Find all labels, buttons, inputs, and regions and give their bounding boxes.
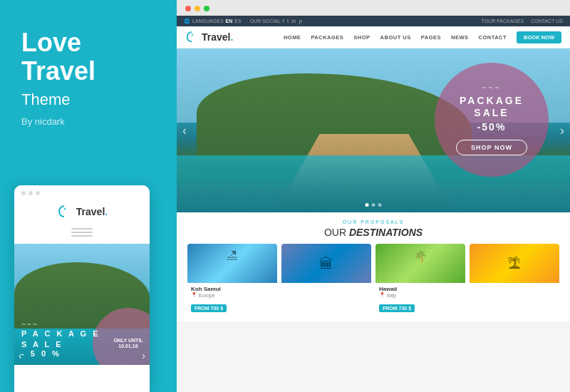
utility-languages: 🌐 LANGUAGES EN ES <box>184 19 242 24</box>
utility-right: TOUR PACKAGES CONTACT US <box>481 19 563 24</box>
main-nav: Travel. HOME PACKAGES SHOP ABOUT US PAGE… <box>177 26 570 48</box>
mobile-only-until: ONLY UNTIL10.01.18 <box>113 338 142 350</box>
mobile-dots <box>21 191 142 195</box>
left-title: LoveTravel <box>21 29 155 85</box>
palm-icon-1: 🏖 <box>227 249 238 262</box>
hero-discount-text: -50% <box>477 121 507 133</box>
mobile-menu-icon <box>21 225 142 239</box>
website-frame: 🌐 LANGUAGES EN ES OUR SOCIAL f t in p TO <box>177 16 570 392</box>
nav-logo-text: Travel. <box>202 31 233 43</box>
utility-social: OUR SOCIAL f t in p <box>250 18 302 24</box>
section-title: OUR DESTINATIONS <box>187 227 559 238</box>
mobile-arrow-left[interactable]: ‹ <box>19 350 22 361</box>
hero-dot-3[interactable] <box>378 203 382 207</box>
palm-icon-3: 🌴 <box>413 249 428 263</box>
mobile-dot-2 <box>28 191 33 195</box>
dest-price-3: FROM 730 $ <box>379 304 415 312</box>
utility-contact[interactable]: CONTACT US <box>531 19 563 24</box>
left-by: By nicdark <box>21 116 155 127</box>
hero-arrow-left[interactable]: ‹ <box>182 123 187 138</box>
hero-dot-1[interactable] <box>366 203 369 207</box>
dest-name-1: Koh Samui <box>191 286 274 292</box>
right-panel: 🌐 LANGUAGES EN ES OUR SOCIAL f t in p TO <box>177 0 570 392</box>
facebook-icon[interactable]: f <box>283 18 284 24</box>
nav-news[interactable]: NEWS <box>451 34 469 41</box>
nav-pages[interactable]: PAGES <box>421 34 441 41</box>
nav-logo[interactable]: Travel. <box>185 31 233 43</box>
dest-icon-4: 🏝 <box>507 255 522 272</box>
mobile-dot-3 <box>36 191 40 195</box>
dest-card-hawaii[interactable]: 🌴 Hawaii 📍 Italy FROM 730 $ <box>375 244 465 316</box>
section-proposals-label: OUR PROPOSALS <box>187 220 559 225</box>
mobile-hero: ONLY UNTIL10.01.18 ~~~ P A C K A G ES A … <box>14 244 150 365</box>
left-panel: LoveTravel Theme By nicdark Travel. <box>0 0 177 392</box>
dest-card-4[interactable]: 🏝 FROM 700 $ <box>470 244 559 316</box>
utility-lang-en[interactable]: EN <box>226 19 233 24</box>
browser-dot-maximize[interactable] <box>204 6 209 11</box>
hero-section: ~~~ PACKAGESALE -50% SHOP NOW ‹ › <box>177 48 570 212</box>
dest-img-koh-samui: 🏖 <box>187 244 277 283</box>
dest-img-hawaii: 🌴 <box>375 244 465 283</box>
mobile-wave-icon: ~~~ <box>21 321 100 329</box>
utility-bar: 🌐 LANGUAGES EN ES OUR SOCIAL f t in p TO <box>177 16 570 26</box>
shop-now-button[interactable]: SHOP NOW <box>456 140 527 155</box>
dest-region-icon-1: 📍 <box>191 292 197 298</box>
nav-links: HOME PACKAGES SHOP ABOUT US PAGES NEWS C… <box>284 31 561 43</box>
nav-shop[interactable]: SHOP <box>353 34 370 41</box>
browser-dot-minimize[interactable] <box>195 6 200 11</box>
dest-name-3: Hawaii <box>379 286 462 292</box>
mobile-arrow-right[interactable]: › <box>142 350 145 361</box>
dest-card-koh-samui[interactable]: 🏖 Koh Samui 📍 Europe FROM 700 $ <box>187 244 277 316</box>
dest-card-body-4: FROM 700 $ <box>470 283 559 304</box>
mobile-logo-row: Travel. <box>21 201 142 222</box>
destinations-section: OUR PROPOSALS OUR DESTINATIONS 🏖 Koh Sam… <box>177 212 570 321</box>
utility-languages-label: LANGUAGES <box>192 19 224 24</box>
mobile-dot-1 <box>21 191 26 195</box>
section-title-bold: DESTINATIONS <box>349 227 423 238</box>
linkedin-icon[interactable]: in <box>291 18 296 24</box>
dest-card-body-1: Koh Samui 📍 Europe FROM 700 $ <box>187 283 277 316</box>
utility-our-social-label: OUR SOCIAL <box>250 19 281 24</box>
nav-book-button[interactable]: BOOK NOW <box>517 31 561 43</box>
hero-dot-2[interactable] <box>372 203 375 207</box>
dest-card-body-2: FROM 700 $ <box>281 283 371 304</box>
dest-region-3: 📍 Italy <box>379 292 462 298</box>
dest-price-1: FROM 700 $ <box>191 304 227 312</box>
hero-package-text: PACKAGESALE <box>460 95 524 119</box>
utility-left: 🌐 LANGUAGES EN ES OUR SOCIAL f t in p <box>184 18 302 24</box>
pinterest-icon[interactable]: p <box>299 18 302 24</box>
dest-region-1: 📍 Europe <box>191 292 274 298</box>
mobile-top-bar: Travel. <box>14 185 150 244</box>
nav-logo-icon <box>185 31 198 43</box>
browser-chrome <box>177 0 570 16</box>
mobile-logo-icon <box>56 204 72 220</box>
twitter-icon[interactable]: t <box>287 18 289 24</box>
utility-social-icons: f t in p <box>283 18 302 24</box>
browser-dots <box>185 6 561 11</box>
dest-img-4: 🏝 <box>470 244 559 283</box>
mobile-package-text: P A C K A G ES A L E <box>21 329 100 349</box>
nav-about[interactable]: ABOUT US <box>380 34 411 41</box>
hero-sale-circle: ~~~ PACKAGESALE -50% SHOP NOW <box>435 63 549 177</box>
browser-dot-close[interactable] <box>185 6 191 11</box>
mobile-nav-arrows: ‹ › <box>14 350 150 361</box>
hero-wave-icon: ~~~ <box>482 84 502 92</box>
destinations-grid: 🏖 Koh Samui 📍 Europe FROM 700 $ 🏛 <box>187 244 559 316</box>
dest-icon-2: 🏛 <box>319 255 333 272</box>
dest-img-2: 🏛 <box>281 244 371 283</box>
utility-lang-es[interactable]: ES <box>234 19 241 24</box>
dest-region-icon-3: 📍 <box>379 292 385 298</box>
nav-home[interactable]: HOME <box>284 34 301 41</box>
dest-card-body-3: Hawaii 📍 Italy FROM 730 $ <box>375 283 465 316</box>
mobile-logo-text: Travel. <box>76 206 108 217</box>
mobile-mockup: Travel. ONLY UNTIL10.01.18 ~~~ P A C K A… <box>14 185 150 392</box>
dest-card-2[interactable]: 🏛 FROM 700 $ <box>281 244 371 316</box>
nav-contact[interactable]: CONTACT <box>478 34 507 41</box>
nav-packages[interactable]: PACKAGES <box>311 34 343 41</box>
hero-slide-dots <box>366 203 382 207</box>
utility-tour-packages[interactable]: TOUR PACKAGES <box>481 19 524 24</box>
left-subtitle: Theme <box>21 91 155 109</box>
hero-arrow-right[interactable]: › <box>560 123 564 138</box>
